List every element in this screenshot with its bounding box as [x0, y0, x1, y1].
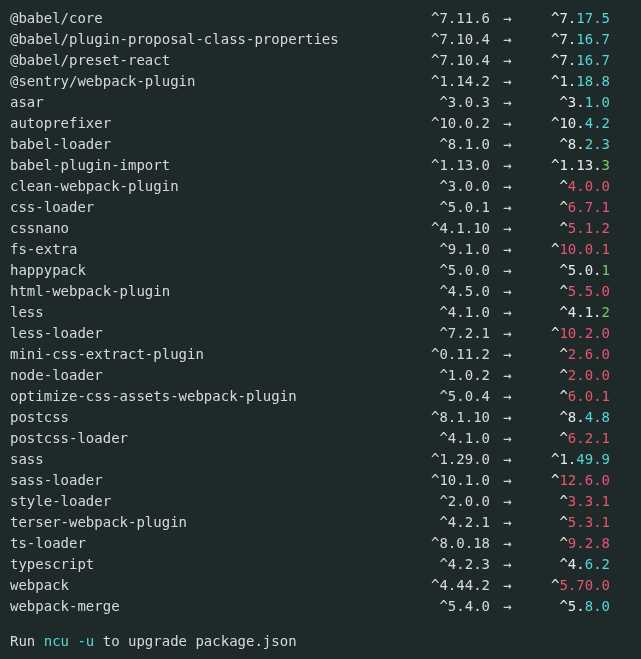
package-row: style-loader^2.0.0→^3.3.1 — [10, 491, 631, 512]
package-name: html-webpack-plugin — [10, 281, 405, 302]
arrow-icon: → — [490, 491, 525, 512]
new-version-suffix: 6.2.1 — [568, 430, 610, 446]
new-version-suffix: 8.0 — [585, 598, 610, 614]
new-version: ^9.2.8 — [525, 533, 610, 554]
arrow-icon: → — [490, 92, 525, 113]
package-name: @babel/core — [10, 8, 405, 29]
new-version-prefix: ^1. — [551, 73, 576, 89]
arrow-icon: → — [490, 218, 525, 239]
new-version: ^10.2.0 — [525, 323, 610, 344]
package-name: less-loader — [10, 323, 405, 344]
new-version-prefix: ^7. — [551, 10, 576, 26]
new-version: ^8.4.8 — [525, 407, 610, 428]
package-row: autoprefixer^10.0.2→^10.4.2 — [10, 113, 631, 134]
current-version: ^7.10.4 — [405, 50, 490, 71]
new-version-prefix: ^ — [559, 388, 567, 404]
new-version-suffix: 16.7 — [576, 31, 610, 47]
new-version: ^4.1.2 — [525, 302, 610, 323]
package-name: ts-loader — [10, 533, 405, 554]
new-version-prefix: ^ — [559, 178, 567, 194]
new-version: ^5.1.2 — [525, 218, 610, 239]
package-name: optimize-css-assets-webpack-plugin — [10, 386, 405, 407]
new-version-suffix: 16.7 — [576, 52, 610, 68]
package-row: webpack^4.44.2→^5.70.0 — [10, 575, 631, 596]
new-version-prefix: ^ — [559, 199, 567, 215]
package-row: @babel/preset-react^7.10.4→^7.16.7 — [10, 50, 631, 71]
new-version: ^5.0.1 — [525, 260, 610, 281]
footer-hint: Run ncu -u to upgrade package.json — [10, 631, 631, 652]
package-name: @sentry/webpack-plugin — [10, 71, 405, 92]
current-version: ^8.1.0 — [405, 134, 490, 155]
new-version-prefix: ^ — [559, 283, 567, 299]
arrow-icon: → — [490, 554, 525, 575]
current-version: ^1.14.2 — [405, 71, 490, 92]
new-version: ^3.3.1 — [525, 491, 610, 512]
package-name: happypack — [10, 260, 405, 281]
current-version: ^10.1.0 — [405, 470, 490, 491]
current-version: ^7.11.6 — [405, 8, 490, 29]
current-version: ^10.0.2 — [405, 113, 490, 134]
package-row: terser-webpack-plugin^4.2.1→^5.3.1 — [10, 512, 631, 533]
current-version: ^1.0.2 — [405, 365, 490, 386]
arrow-icon: → — [490, 113, 525, 134]
package-row: node-loader^1.0.2→^2.0.0 — [10, 365, 631, 386]
new-version: ^1.18.8 — [525, 71, 610, 92]
new-version: ^5.5.0 — [525, 281, 610, 302]
new-version-suffix: 5.1.2 — [568, 220, 610, 236]
current-version: ^1.29.0 — [405, 449, 490, 470]
new-version-suffix: 10.2.0 — [559, 325, 610, 341]
arrow-icon: → — [490, 407, 525, 428]
package-row: typescript^4.2.3→^4.6.2 — [10, 554, 631, 575]
new-version-suffix: 9.2.8 — [568, 535, 610, 551]
new-version: ^5.8.0 — [525, 596, 610, 617]
arrow-icon: → — [490, 470, 525, 491]
new-version-suffix: 3 — [602, 157, 610, 173]
package-row: sass^1.29.0→^1.49.9 — [10, 449, 631, 470]
arrow-icon: → — [490, 596, 525, 617]
current-version: ^2.0.0 — [405, 491, 490, 512]
package-name: mini-css-extract-plugin — [10, 344, 405, 365]
package-name: fs-extra — [10, 239, 405, 260]
new-version: ^5.70.0 — [525, 575, 610, 596]
current-version: ^5.0.1 — [405, 197, 490, 218]
new-version-suffix: 2.6.0 — [568, 346, 610, 362]
new-version-suffix: 10.0.1 — [559, 241, 610, 257]
arrow-icon: → — [490, 71, 525, 92]
package-row: mini-css-extract-plugin^0.11.2→^2.6.0 — [10, 344, 631, 365]
package-name: @babel/preset-react — [10, 50, 405, 71]
new-version-suffix: 12.6.0 — [559, 472, 610, 488]
new-version: ^7.17.5 — [525, 8, 610, 29]
package-row: @babel/plugin-proposal-class-properties^… — [10, 29, 631, 50]
new-version-suffix: 2.0.0 — [568, 367, 610, 383]
arrow-icon: → — [490, 386, 525, 407]
package-row: ts-loader^8.0.18→^9.2.8 — [10, 533, 631, 554]
package-row: babel-loader^8.1.0→^8.2.3 — [10, 134, 631, 155]
package-name: node-loader — [10, 365, 405, 386]
new-version-prefix: ^1. — [551, 451, 576, 467]
package-name: postcss — [10, 407, 405, 428]
new-version-suffix: 6.0.1 — [568, 388, 610, 404]
arrow-icon: → — [490, 197, 525, 218]
new-version-prefix: ^7. — [551, 52, 576, 68]
new-version-suffix: 2 — [602, 304, 610, 320]
package-name: webpack-merge — [10, 596, 405, 617]
package-name: postcss-loader — [10, 428, 405, 449]
current-version: ^4.1.0 — [405, 428, 490, 449]
new-version: ^1.49.9 — [525, 449, 610, 470]
arrow-icon: → — [490, 512, 525, 533]
new-version-suffix: 5.3.1 — [568, 514, 610, 530]
package-name: asar — [10, 92, 405, 113]
arrow-icon: → — [490, 575, 525, 596]
current-version: ^4.44.2 — [405, 575, 490, 596]
package-name: cssnano — [10, 218, 405, 239]
new-version-suffix: 6.7.1 — [568, 199, 610, 215]
new-version-suffix: 6.2 — [585, 556, 610, 572]
new-version-suffix: 2.3 — [585, 136, 610, 152]
new-version: ^7.16.7 — [525, 29, 610, 50]
new-version: ^12.6.0 — [525, 470, 610, 491]
new-version: ^2.6.0 — [525, 344, 610, 365]
package-row: css-loader^5.0.1→^6.7.1 — [10, 197, 631, 218]
current-version: ^4.1.10 — [405, 218, 490, 239]
new-version-suffix: 4.8 — [585, 409, 610, 425]
package-row: less^4.1.0→^4.1.2 — [10, 302, 631, 323]
